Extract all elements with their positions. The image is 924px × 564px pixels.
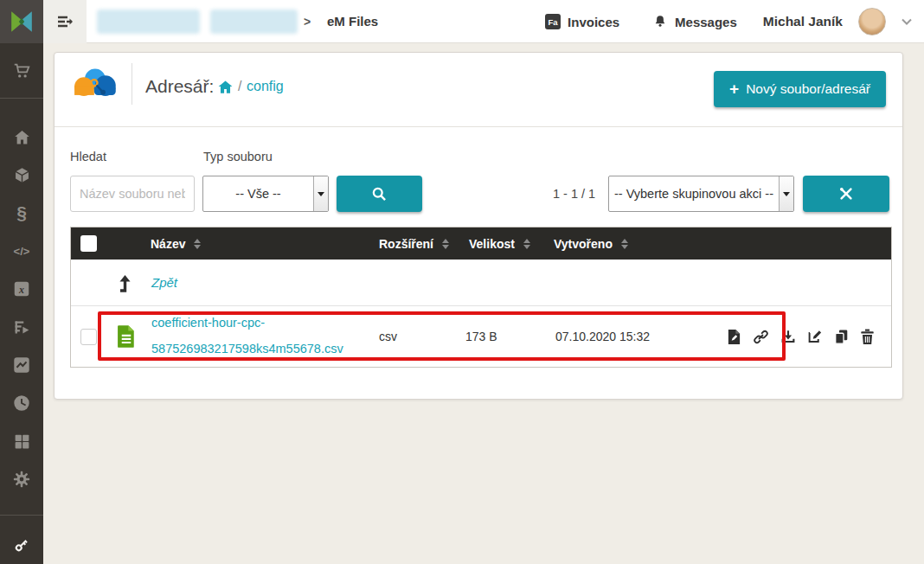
breadcrumb-current-folder[interactable]: config <box>247 79 284 94</box>
invoices-icon: Fa <box>545 14 561 29</box>
top-bar: > eM Files Fa Invoices Messages Michal J… <box>0 0 924 43</box>
sidebar-item-feeds[interactable]: x <box>0 272 43 306</box>
gear-icon <box>12 470 31 489</box>
code-icon: </> <box>14 245 30 258</box>
file-size: 173 B <box>460 330 547 343</box>
cart-icon <box>12 61 31 80</box>
download-icon <box>780 329 796 344</box>
select-all-checkbox[interactable] <box>80 235 97 252</box>
csv-file-icon <box>106 324 147 349</box>
main-content: Adresář: / config + Nový soubor/adresář … <box>43 43 924 564</box>
file-type-selected-value: -- Vše -- <box>203 187 313 201</box>
sidebar-divider <box>0 98 43 99</box>
sidebar-item-home[interactable] <box>0 119 43 154</box>
column-header-name[interactable]: Název <box>147 237 374 251</box>
search-button[interactable] <box>337 176 422 212</box>
column-header-created[interactable]: Vytvořeno <box>547 237 727 251</box>
sidebar-divider-bottom <box>0 515 43 516</box>
file-rename-button[interactable] <box>807 329 823 344</box>
level-up-icon[interactable] <box>106 273 147 292</box>
new-file-folder-button[interactable]: + Nový soubor/adresář <box>714 71 886 107</box>
sidebar-item-code[interactable]: </> <box>0 234 43 268</box>
package-icon <box>13 166 31 184</box>
file-copy-button[interactable] <box>834 329 849 345</box>
brand-logo-icon <box>9 9 35 35</box>
app-window: > eM Files Fa Invoices Messages Michal J… <box>0 0 924 564</box>
file-download-button[interactable] <box>780 329 796 344</box>
breadcrumb-home-icon[interactable] <box>217 79 234 99</box>
link-icon <box>753 329 769 345</box>
file-name-link[interactable]: coefficient-hour-cpc-587526983217598ks4m… <box>147 311 374 362</box>
breadcrumb-separator: > <box>304 15 311 29</box>
column-header-size[interactable]: Velikost <box>460 237 547 251</box>
svg-text:x: x <box>18 284 24 296</box>
sidebar-item-apps[interactable] <box>0 424 43 458</box>
file-extension: csv <box>374 330 460 343</box>
app-title: eM Files <box>327 14 378 29</box>
sort-icon <box>621 239 628 249</box>
breadcrumb-redacted-project <box>210 10 298 34</box>
group-action-select[interactable]: -- Vyberte skupinovou akci -- <box>608 176 794 212</box>
files-table: Název Rozšíření Velikost Vytvořeno <box>70 227 892 368</box>
page-title: Adresář: <box>145 76 214 97</box>
search-label: Hledat <box>70 150 106 163</box>
file-actions <box>727 329 892 345</box>
sidebar-item-products[interactable] <box>0 157 43 192</box>
file-row: coefficient-hour-cpc-587526983217598ks4m… <box>71 306 891 367</box>
sidebar: § </> x <box>0 43 43 564</box>
search-input[interactable] <box>70 176 195 212</box>
invoices-menu-item[interactable]: Fa Invoices <box>545 14 619 29</box>
user-name: Michal Janík <box>763 14 843 29</box>
file-pen-icon <box>727 329 741 345</box>
breadcrumb-slash: / <box>238 79 241 94</box>
excel-file-icon: x <box>12 279 31 298</box>
edit-pen-icon <box>807 329 823 344</box>
back-row: Zpět <box>71 260 891 306</box>
table-header-row: Název Rozšíření Velikost Vytvořeno <box>71 228 891 260</box>
sidebar-toggle-button[interactable] <box>43 0 87 43</box>
sort-icon <box>442 239 449 249</box>
file-type-label: Typ souboru <box>203 150 273 163</box>
sidebar-item-legal[interactable]: § <box>0 195 43 230</box>
messages-label: Messages <box>675 15 737 29</box>
files-panel: Adresář: / config + Nový soubor/adresář … <box>54 52 903 400</box>
sidebar-item-settings[interactable] <box>0 462 43 497</box>
grid-icon <box>13 433 31 451</box>
tools-icon <box>837 185 855 202</box>
invoices-label: Invoices <box>568 15 619 29</box>
section-icon: § <box>16 202 27 223</box>
file-link-button[interactable] <box>753 329 769 345</box>
clock-icon <box>12 394 31 413</box>
back-link[interactable]: Zpět <box>147 275 374 290</box>
trash-icon <box>860 329 875 345</box>
sidebar-item-history[interactable] <box>0 386 43 420</box>
user-menu[interactable]: Michal Janík <box>763 8 912 35</box>
sidebar-item-campaigns[interactable] <box>0 310 43 344</box>
em-files-cloud-logo <box>74 67 119 106</box>
apply-group-action-button[interactable] <box>803 176 889 212</box>
group-action-selected-value: -- Vyberte skupinovou akci -- <box>609 187 779 201</box>
header-divider-vertical <box>132 63 132 105</box>
bell-icon <box>652 14 668 29</box>
sort-icon <box>194 239 201 249</box>
file-delete-button[interactable] <box>860 329 875 345</box>
column-header-extension[interactable]: Rozšíření <box>374 237 460 251</box>
sidebar-item-cart[interactable] <box>0 54 43 88</box>
plus-icon: + <box>729 80 739 99</box>
chevron-down-icon <box>902 18 912 25</box>
sidebar-item-api-keys[interactable] <box>0 528 43 562</box>
file-type-select[interactable]: -- Vše -- <box>202 176 329 212</box>
messages-menu-item[interactable]: Messages <box>652 14 737 29</box>
app-logo[interactable] <box>0 0 43 43</box>
file-edit-content-button[interactable] <box>727 329 741 345</box>
sort-icon <box>523 239 530 249</box>
top-right-menu: Fa Invoices Messages Michal Janík <box>545 0 912 43</box>
select-arrow-icon <box>313 176 328 211</box>
file-created: 07.10.2020 15:32 <box>547 330 727 343</box>
home-icon <box>13 128 31 146</box>
key-icon <box>12 535 31 554</box>
report-play-icon <box>13 318 31 336</box>
sidebar-item-statistics[interactable] <box>0 348 43 382</box>
header-divider <box>55 126 902 127</box>
row-checkbox[interactable] <box>80 329 97 345</box>
